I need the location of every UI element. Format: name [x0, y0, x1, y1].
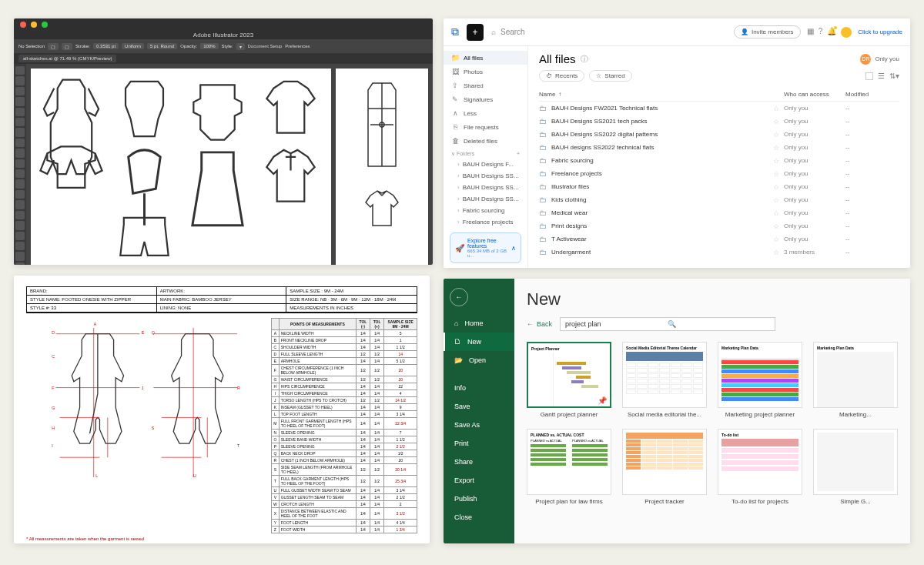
sidebar-folder[interactable]: ›BAUH Designs SS...	[444, 182, 527, 193]
nav-close[interactable]: Close	[444, 508, 514, 527]
eyedropper-tool[interactable]	[15, 232, 25, 240]
table-row[interactable]: 🗀Fabric sourcing ☆ Only you --	[539, 154, 899, 167]
sort-icon[interactable]: ⇅▾	[889, 72, 899, 80]
table-row[interactable]: 🗀BAUH Designs SS2021 tech packs ☆ Only y…	[539, 115, 899, 128]
star-button[interactable]: ☆	[773, 170, 784, 178]
stroke-swatch[interactable]: ▢	[62, 43, 72, 50]
template-card[interactable]: To-do list To-do list for projects	[718, 429, 802, 505]
free-transform-tool[interactable]	[15, 200, 25, 209]
table-row[interactable]: 🗀T Activewear ☆ Only you --	[539, 232, 899, 246]
table-row[interactable]: 🗀BAUH designs SS2022 technical flats ☆ O…	[539, 141, 899, 154]
apps-icon[interactable]: ▦	[807, 27, 814, 38]
star-button[interactable]: ☆	[773, 222, 784, 230]
info-icon[interactable]: ⓘ	[581, 54, 588, 65]
nav-home[interactable]: ⌂Home	[444, 314, 514, 333]
stroke-profile[interactable]: Uniform	[122, 43, 144, 49]
star-button[interactable]: ☆	[773, 196, 784, 204]
shaper-tool[interactable]	[15, 149, 25, 157]
scale-tool[interactable]	[15, 179, 25, 188]
brush-tool[interactable]	[15, 139, 25, 147]
template-card[interactable]: Simple G...	[813, 429, 898, 505]
star-button[interactable]: ☆	[773, 118, 784, 125]
name-header[interactable]: Name	[539, 91, 555, 98]
nav-save[interactable]: Save	[444, 397, 514, 416]
dropbox-logo-icon[interactable]: ⧉	[451, 25, 459, 38]
template-search[interactable]: project plan 🔍	[560, 317, 775, 331]
preferences-link[interactable]: Preferences	[285, 44, 310, 48]
table-row[interactable]: 🗀Kids clothing ☆ Only you --	[539, 193, 899, 206]
folders-header[interactable]: ∨ Folders+	[444, 148, 527, 159]
curvature-tool[interactable]	[15, 97, 25, 105]
hand-tool[interactable]	[15, 252, 25, 260]
star-button[interactable]: ☆	[773, 144, 784, 152]
window-controls[interactable]	[14, 18, 433, 31]
recents-chip[interactable]: ⏱Recents	[539, 70, 584, 82]
star-button[interactable]: ☆	[773, 131, 784, 139]
nav-print[interactable]: Print	[444, 434, 514, 453]
sidebar-item-shared[interactable]: ⇪Shared	[444, 79, 527, 92]
stroke-weight[interactable]: 0.3531 pt	[93, 43, 119, 49]
invite-members-button[interactable]: 👤 Invite members	[734, 25, 801, 38]
template-card[interactable]: Project tracker	[622, 429, 707, 505]
table-row[interactable]: 🗀Freelance projects ☆ Only you --	[539, 167, 899, 180]
star-button[interactable]: ☆	[773, 209, 784, 217]
direct-select-tool[interactable]	[15, 76, 25, 85]
back-button[interactable]: ←	[450, 288, 468, 306]
star-button[interactable]: ☆	[773, 157, 784, 165]
sidebar-item-signatures[interactable]: ✎Signatures	[444, 92, 527, 106]
avatar[interactable]	[841, 27, 852, 38]
sidebar-item-deleted-files[interactable]: 🗑Deleted files	[444, 134, 527, 148]
eraser-tool[interactable]	[15, 159, 25, 168]
template-card[interactable]: Project Planner 📌 Gantt project planner	[527, 342, 611, 418]
table-row[interactable]: 🗀BAUH Designs SS2022 digital patterns ☆ …	[539, 128, 899, 141]
type-tool[interactable]	[15, 108, 25, 116]
star-button[interactable]: ☆	[773, 183, 784, 191]
nav-new[interactable]: 🗋New	[444, 333, 514, 351]
sidebar-item-less[interactable]: ∧Less	[444, 106, 527, 120]
sidebar-folder[interactable]: ›BAUH Designs SS...	[444, 193, 527, 205]
add-folder-icon[interactable]: +	[517, 151, 520, 157]
star-button[interactable]: ☆	[773, 249, 784, 256]
sidebar-folder[interactable]: ›Fabric sourcing	[444, 205, 527, 216]
notifications-icon[interactable]: 🔔	[827, 27, 836, 38]
promo-card[interactable]: 🚀Explore free features665.34 MB of 2 GB …	[450, 232, 521, 263]
pen-tool[interactable]	[15, 87, 25, 95]
back-link[interactable]: ← Back	[527, 320, 552, 328]
nav-share[interactable]: Share	[444, 453, 514, 471]
zoom-tool[interactable]	[15, 262, 25, 265]
table-row[interactable]: 🗀Medical wear ☆ Only you --	[539, 206, 899, 219]
template-card[interactable]: Marketing Plan Data Marketing project pl…	[718, 342, 802, 418]
nav-export[interactable]: Export	[444, 471, 514, 490]
fill-swatch[interactable]: ▢	[48, 43, 59, 50]
nav-open[interactable]: 📂Open	[444, 351, 514, 369]
nav-save-as[interactable]: Save As	[444, 416, 514, 434]
sidebar-folder[interactable]: ›BAUH Designs F...	[444, 159, 527, 170]
rectangle-tool[interactable]	[15, 128, 25, 136]
table-row[interactable]: 🗀Illustrator files ☆ Only you --	[539, 180, 899, 193]
template-card[interactable]: PLANNED vs. ACTUAL COST PLANNED vs ACTUA…	[527, 429, 611, 505]
selection-tool[interactable]	[15, 66, 25, 75]
shape-builder-tool[interactable]	[15, 211, 25, 219]
help-icon[interactable]: ?	[819, 27, 823, 38]
canvas[interactable]	[26, 64, 433, 265]
style-value[interactable]: ▾	[236, 43, 245, 50]
starred-chip[interactable]: ☆Starred	[589, 70, 631, 82]
create-button[interactable]: +	[467, 24, 484, 41]
sidebar-folder[interactable]: ›BAUH Designs SS...	[444, 170, 527, 182]
line-tool[interactable]	[15, 118, 25, 126]
search-field[interactable]: ⌕ Search	[491, 28, 726, 36]
template-card[interactable]: Social Media Editorial Theme Calendar So…	[622, 342, 707, 418]
document-setup-link[interactable]: Document Setup	[248, 44, 283, 48]
brush-definition[interactable]: 5 pt. Round	[147, 43, 177, 49]
rotate-tool[interactable]	[15, 169, 25, 178]
nav-publish[interactable]: Publish	[444, 490, 514, 508]
sidebar-item-all-files[interactable]: 📁All files	[444, 51, 527, 65]
sidebar-item-file-requests[interactable]: ⎘File requests	[444, 120, 527, 134]
gradient-tool[interactable]	[15, 221, 25, 229]
nav-info[interactable]: Info	[444, 379, 514, 397]
table-row[interactable]: 🗀Print designs ☆ Only you --	[539, 219, 899, 232]
star-button[interactable]: ☆	[773, 105, 784, 112]
opacity-value[interactable]: 100%	[200, 43, 218, 49]
artboard-tool[interactable]	[15, 242, 25, 250]
table-row[interactable]: 🗀BAUH Designs FW2021 Technical flats ☆ O…	[539, 102, 899, 115]
